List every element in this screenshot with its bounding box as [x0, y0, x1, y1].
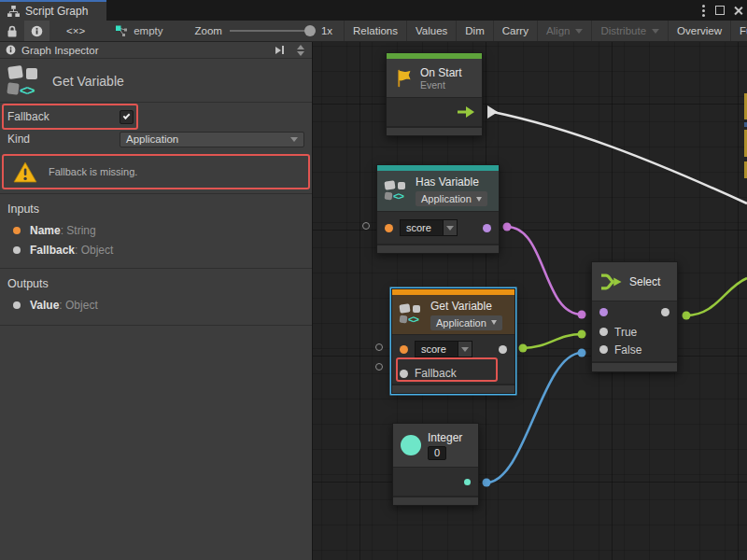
variable-icon: <>	[400, 303, 424, 326]
zoom-label: Zoom	[194, 25, 221, 36]
value-output-port[interactable]	[499, 345, 507, 354]
graph-state-indicator: empty	[102, 21, 170, 41]
input-port[interactable]	[400, 345, 408, 354]
node-integer[interactable]: Integer 0	[392, 423, 479, 506]
kind-dropdown[interactable]: Application	[120, 132, 304, 147]
code-icon: <×>	[66, 25, 85, 36]
chevron-down-icon	[446, 226, 454, 231]
wire-endpoint	[519, 344, 528, 353]
graph-nodes-icon	[115, 25, 129, 37]
lock-icon	[7, 25, 18, 37]
full-screen-button[interactable]: Full Screen	[731, 21, 747, 41]
zoom-control: Zoom 1x	[170, 21, 342, 41]
select-merge-icon	[599, 272, 623, 292]
graph-canvas[interactable]: On Start Event <>	[313, 42, 747, 560]
node-get-variable[interactable]: <> Get Variable Application score	[391, 288, 515, 394]
variable-name-field[interactable]: score	[415, 341, 472, 357]
info-icon	[31, 25, 43, 37]
node-title: Has Variable	[416, 175, 487, 189]
dim-button[interactable]: Dim	[457, 21, 493, 41]
fallback-input-port[interactable]	[400, 370, 408, 378]
scroll-spinner[interactable]	[297, 45, 306, 56]
inspector-toggle-button[interactable]	[24, 21, 49, 41]
zoom-slider-handle[interactable]	[304, 25, 316, 36]
maximize-icon[interactable]	[715, 6, 725, 15]
close-icon[interactable]	[733, 6, 743, 16]
zoom-value: 1x	[321, 25, 332, 36]
values-button[interactable]: Values	[407, 21, 457, 41]
collapse-panel-icon[interactable]	[275, 46, 284, 54]
flag-icon	[394, 68, 414, 88]
relations-button[interactable]: Relations	[344, 21, 407, 41]
wire-endpoint	[483, 479, 491, 487]
input-port[interactable]	[385, 224, 393, 232]
variable-icon: <>	[385, 180, 409, 203]
port-dot	[13, 246, 21, 254]
wire-endpoint	[683, 312, 691, 320]
tab-title: Script Graph	[25, 5, 88, 18]
zoom-slider[interactable]	[230, 30, 314, 32]
chevron-down-icon	[476, 197, 482, 202]
wire-endpoint	[578, 311, 586, 319]
warning-icon	[13, 161, 37, 183]
chevron-down-icon	[491, 320, 497, 325]
node-footer	[592, 361, 677, 371]
fallback-field-row: Fallback	[0, 105, 312, 129]
integer-value-field[interactable]: 0	[428, 446, 446, 460]
code-preview-button[interactable]: <×>	[49, 21, 102, 41]
align-button[interactable]: Align	[538, 21, 593, 41]
input-port-row: Fallback: Object	[0, 240, 312, 259]
node-on-start[interactable]: On Start Event	[386, 52, 483, 136]
port-dot	[13, 301, 21, 309]
node-has-variable[interactable]: <> Has Variable Application score	[376, 164, 500, 254]
sitemap-icon	[7, 6, 20, 17]
unconnected-port-ring[interactable]	[362, 222, 370, 230]
fallback-port-label: Fallback	[415, 367, 457, 380]
variable-kind-dropdown[interactable]: Application	[430, 315, 502, 330]
fallback-label: Fallback	[7, 110, 120, 123]
overview-button[interactable]: Overview	[669, 21, 731, 41]
variable-name-field[interactable]: score	[400, 219, 458, 236]
window-menu-icon[interactable]	[700, 3, 707, 19]
script-graph-window: Script Graph <×>	[0, 0, 747, 560]
wire-endpoint	[578, 330, 586, 339]
distribute-button[interactable]: Distribute	[592, 21, 669, 41]
carry-button[interactable]: Carry	[494, 21, 538, 41]
false-input-port[interactable]	[599, 345, 608, 354]
inspector-title-bar: Graph Inspector	[0, 42, 312, 59]
unit-title: Get Variable	[52, 74, 124, 89]
field-dropdown[interactable]	[458, 341, 472, 357]
unconnected-port-ring[interactable]	[375, 363, 383, 371]
checkmark-icon	[123, 112, 131, 119]
unit-header: <> Get Variable	[0, 59, 312, 103]
field-dropdown[interactable]	[443, 219, 458, 236]
control-output-port[interactable]	[458, 106, 474, 118]
warning-text: Fallback is missing.	[49, 166, 137, 177]
unconnected-port-ring[interactable]	[375, 343, 383, 351]
selection-output-port[interactable]	[661, 308, 669, 316]
integer-output-port[interactable]	[464, 479, 471, 485]
chevron-down-icon	[290, 137, 298, 142]
chevron-down-icon	[575, 29, 583, 34]
output-port[interactable]	[483, 224, 491, 232]
input-port-row: Name: String	[0, 220, 312, 240]
kind-label: Kind	[7, 133, 120, 146]
true-port-label: True	[614, 326, 637, 339]
node-subtitle: Event	[420, 79, 462, 91]
node-title: Get Variable	[430, 300, 502, 313]
tab-script-graph[interactable]: Script Graph	[0, 0, 106, 21]
node-select[interactable]: Select True False	[591, 261, 678, 372]
port-dot	[13, 227, 21, 234]
variable-kind-dropdown[interactable]: Application	[416, 191, 487, 206]
chevron-down-icon	[461, 347, 469, 352]
false-port-label: False	[614, 343, 641, 357]
fallback-checkbox[interactable]	[120, 110, 134, 124]
selector-input-port[interactable]	[599, 308, 608, 316]
warning-box: Fallback is missing.	[4, 156, 308, 188]
node-footer	[377, 244, 499, 253]
true-input-port[interactable]	[599, 328, 608, 336]
lock-button[interactable]	[0, 21, 24, 41]
chevron-down-icon	[652, 29, 659, 34]
wire-control-flow	[493, 112, 747, 203]
node-title: Select	[629, 275, 660, 288]
